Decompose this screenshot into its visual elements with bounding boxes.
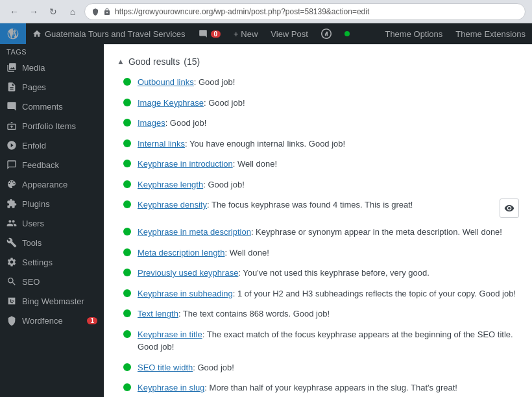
result-text-keyphrase-length: Keyphrase length: Good job! [138, 178, 519, 191]
result-link-text-length[interactable]: Text length [138, 309, 178, 319]
appearance-icon [6, 179, 17, 189]
sidebar-label-seo: SEO [22, 277, 40, 287]
result-link-keyphrase-introduction[interactable]: Keyphrase in introduction [138, 159, 233, 169]
feedback-icon [6, 160, 17, 170]
green-dot-outbound-links [123, 78, 131, 86]
settings-icon [6, 257, 17, 267]
refresh-button[interactable]: ↻ [45, 4, 61, 19]
seo-icon [6, 276, 17, 287]
result-link-internal-links[interactable]: Internal links [138, 139, 185, 149]
sidebar-item-settings[interactable]: Settings [0, 252, 104, 272]
theme-options-label: Theme Options [385, 29, 442, 39]
result-link-previously-used-keyphrase[interactable]: Previously used keyphrase [138, 268, 238, 278]
sidebar-item-media[interactable]: Media [0, 58, 104, 77]
admin-bar-yoast[interactable] [315, 23, 338, 44]
result-text-internal-links: Internal links: You have enough internal… [138, 138, 519, 150]
result-link-keyphrase-title[interactable]: Keyphrase in title [138, 330, 202, 339]
admin-bar-comments[interactable]: 0 [192, 23, 228, 44]
sidebar-item-appearance[interactable]: Appearance [0, 174, 104, 194]
sidebar-label-feedback: Feedback [22, 160, 59, 170]
result-item-keyphrase-slug: Keyphrase in slug: More than half of you… [117, 378, 519, 397]
sidebar-item-bing-webmaster[interactable]: Bing Webmaster [0, 291, 104, 311]
wp-icon [6, 27, 19, 40]
result-text-text-length: Text length: The text contains 868 words… [138, 307, 519, 320]
eye-icon [504, 203, 514, 213]
admin-bar-view-post[interactable]: View Post [264, 23, 315, 44]
result-link-seo-title-width[interactable]: SEO title width [138, 363, 193, 372]
sidebar-item-enfold[interactable]: Enfold [0, 136, 104, 155]
sidebar-section-tags: Tags [0, 44, 104, 58]
result-text-keyphrase-meta-description: Keyphrase in meta description: Keyphrase… [138, 226, 519, 239]
result-link-keyphrase-subheading[interactable]: Keyphrase in subheading [138, 289, 233, 298]
admin-bar-theme-options[interactable]: Theme Options [378, 23, 449, 44]
result-link-keyphrase-slug[interactable]: Keyphrase in slug [138, 383, 204, 392]
results-header[interactable]: ▲ Good results (15) [117, 51, 519, 72]
admin-bar-site[interactable]: Guatemala Tours and Travel Services [26, 23, 192, 44]
results-header-text: Good results [128, 56, 180, 67]
sidebar-item-feedback[interactable]: Feedback [0, 155, 104, 174]
lock-icon [103, 8, 111, 16]
result-link-meta-description-length[interactable]: Meta description length [138, 248, 224, 258]
wp-admin-bar: Guatemala Tours and Travel Services 0 + … [0, 23, 532, 44]
eye-button-keyphrase-density[interactable] [500, 198, 519, 218]
result-text-outbound-links: Outbound links: Good job! [138, 76, 519, 89]
result-text-keyphrase-slug: Keyphrase in slug: More than half of you… [138, 381, 519, 394]
admin-bar-theme-extensions[interactable]: Theme Extensions [449, 23, 532, 44]
browser-bar: ← → ↻ ⌂ https://growyourowncure.org/wp-a… [0, 0, 532, 23]
home-button[interactable]: ⌂ [65, 4, 80, 19]
home-icon [32, 29, 42, 38]
wp-logo-button[interactable] [0, 23, 26, 44]
result-link-image-keyphrase[interactable]: Image Keyphrase [138, 98, 204, 108]
tools-icon [6, 237, 17, 248]
result-link-keyphrase-length[interactable]: Keyphrase length [138, 180, 203, 189]
sidebar-label-media: Media [22, 63, 45, 73]
sidebar-item-comments[interactable]: Comments [0, 97, 104, 116]
sidebar-item-tools[interactable]: Tools [0, 233, 104, 252]
sidebar-item-wordfence[interactable]: Wordfence 1 [0, 311, 104, 330]
result-text-meta-description-length: Meta description length: Well done! [138, 247, 519, 259]
content-inner: ▲ Good results (15) Outbound links: Good… [104, 45, 532, 397]
sidebar-label-plugins: Plugins [22, 199, 50, 209]
green-dot-internal-links [123, 139, 131, 147]
green-dot-keyphrase-length [123, 180, 131, 188]
wordfence-icon [6, 315, 17, 326]
sidebar-item-portfolio-items[interactable]: Portfolio Items [0, 116, 104, 136]
new-label: + New [234, 29, 258, 39]
back-button[interactable]: ← [6, 4, 22, 19]
site-name: Guatemala Tours and Travel Services [45, 29, 186, 39]
sidebar-label-tools: Tools [22, 238, 42, 248]
result-link-outbound-links[interactable]: Outbound links [138, 77, 194, 87]
portfolio-icon [6, 121, 17, 131]
yoast-icon [321, 29, 332, 39]
result-link-images[interactable]: Images [138, 118, 165, 128]
sidebar-item-seo[interactable]: SEO [0, 272, 104, 291]
wordfence-badge: 1 [87, 317, 97, 324]
plugins-icon [6, 198, 17, 209]
result-text-keyphrase-title: Keyphrase in title: The exact match of t… [138, 328, 519, 354]
result-items-list: Outbound links: Good job!Image Keyphrase… [117, 72, 519, 397]
result-item-keyphrase-title: Keyphrase in title: The exact match of t… [117, 324, 519, 357]
admin-bar-new[interactable]: + New [227, 23, 264, 44]
result-item-keyphrase-length: Keyphrase length: Good job! [117, 174, 519, 195]
result-text-seo-title-width: SEO title width: Good job! [138, 361, 519, 374]
result-item-keyphrase-density: Keyphrase density: The focus keyphrase w… [117, 195, 519, 222]
result-item-image-keyphrase: Image Keyphrase: Good job! [117, 93, 519, 114]
result-text-keyphrase-density: Keyphrase density: The focus keyphrase w… [138, 198, 493, 211]
content-area: ▲ Good results (15) Outbound links: Good… [104, 44, 532, 397]
result-link-keyphrase-density[interactable]: Keyphrase density [138, 200, 207, 210]
collapse-chevron: ▲ [117, 57, 125, 66]
result-item-meta-description-length: Meta description length: Well done! [117, 243, 519, 263]
sidebar-item-users[interactable]: Users [0, 213, 104, 233]
green-dot-image-keyphrase [123, 99, 131, 106]
media-icon [6, 62, 17, 73]
admin-bar-status[interactable] [338, 23, 356, 44]
result-item-images: Images: Good job! [117, 113, 519, 134]
sidebar-item-pages[interactable]: Pages [0, 77, 104, 97]
users-icon [6, 218, 17, 228]
sidebar-label-settings: Settings [22, 258, 53, 267]
url-bar[interactable]: https://growyourowncure.org/wp-admin/pos… [84, 3, 526, 20]
forward-button[interactable]: → [26, 4, 42, 19]
sidebar-item-plugins[interactable]: Plugins [0, 194, 104, 213]
green-dot-previously-used-keyphrase [123, 269, 131, 276]
result-link-keyphrase-meta-description[interactable]: Keyphrase in meta description [138, 227, 251, 237]
